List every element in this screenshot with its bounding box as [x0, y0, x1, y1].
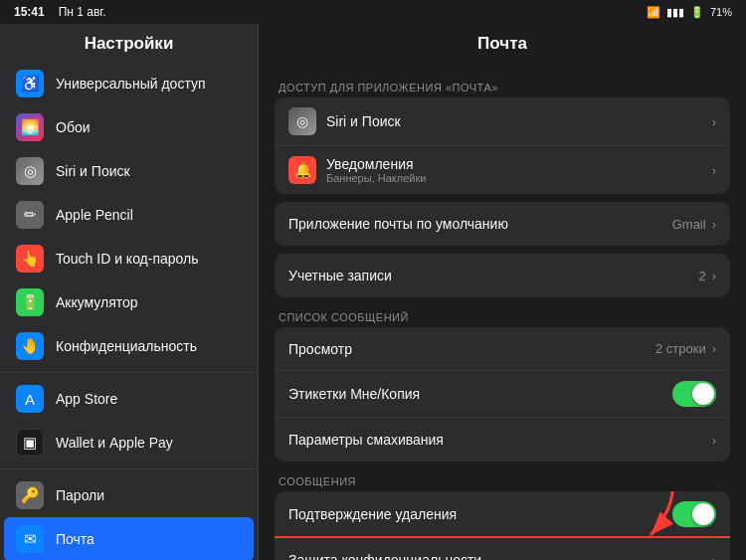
default-app-row[interactable]: Приложение почты по умолчанию Gmail ›	[275, 202, 730, 246]
sidebar-item-label: Универсальный доступ	[56, 76, 206, 92]
swipe-row[interactable]: Параметры смахивания ›	[275, 418, 730, 462]
notifications-row-label: Уведомления	[326, 156, 426, 172]
siri-row-icon: ◎	[288, 107, 316, 135]
default-app-value: Gmail	[672, 217, 706, 232]
status-bar: 15:41 Пн 1 авг. 📶 ▮▮▮ 🔋 71%	[0, 0, 746, 24]
sidebar-item-label: Siri и Поиск	[56, 163, 130, 179]
sidebar-item-label: Конфиденциальность	[56, 338, 197, 354]
touchid-icon: 👆	[16, 245, 44, 273]
labels-row[interactable]: Этикетки Мне/Копия	[275, 371, 730, 418]
sidebar-item-appstore[interactable]: A App Store	[0, 377, 258, 421]
confirm-delete-row[interactable]: Подтверждение удаления	[275, 491, 730, 538]
default-app-label: Приложение почты по умолчанию	[288, 216, 508, 232]
status-time: 15:41	[14, 5, 45, 19]
sidebar-item-label: Почта	[56, 531, 94, 547]
sidebar-item-label: Apple Pencil	[56, 207, 133, 223]
accounts-row[interactable]: Учетные записи 2 ›	[275, 254, 730, 297]
sidebar-item-battery[interactable]: 🔋 Аккумулятор	[0, 280, 258, 324]
sidebar-item-wallet[interactable]: ▣ Wallet и Apple Pay	[0, 421, 258, 465]
access-group: ◎ Siri и Поиск › 🔔 Уведомления Баннеры, …	[275, 97, 730, 194]
content-panel: Почта Доступ для приложения «Почта» ◎ Si…	[259, 24, 746, 560]
passwords-icon: 🔑	[16, 481, 44, 509]
content-title: Почта	[259, 24, 746, 62]
sidebar-item-label: App Store	[56, 391, 117, 407]
chevron-icon: ›	[712, 553, 716, 561]
section-access-label: Доступ для приложения «Почта»	[275, 70, 730, 97]
labels-label: Этикетки Мне/Копия	[288, 386, 420, 402]
message-list-group: Просмотр 2 строки › Этикетки Мне/Копия П…	[275, 327, 730, 462]
chevron-icon: ›	[712, 269, 716, 283]
sidebar-item-wallpaper[interactable]: 🌅 Обои	[0, 105, 258, 149]
battery-icon: 🔋	[690, 6, 704, 19]
sidebar-item-label: Аккумулятор	[56, 294, 138, 310]
battery-settings-icon: 🔋	[16, 288, 44, 316]
chevron-icon: ›	[712, 433, 716, 448]
siri-icon: ◎	[16, 157, 44, 185]
view-value: 2 строки	[655, 341, 706, 356]
chevron-icon: ›	[712, 114, 716, 129]
status-date: Пн 1 авг.	[59, 5, 106, 19]
chevron-icon: ›	[712, 341, 716, 356]
accounts-group: Учетные записи 2 ›	[275, 254, 730, 297]
privacy-protection-row[interactable]: Защита конфиденциальности ›	[275, 538, 730, 560]
siri-row-label: Siri и Поиск	[326, 113, 401, 129]
sidebar-item-label: Пароли	[56, 487, 104, 503]
toggle-knob	[692, 503, 714, 525]
appstore-icon: A	[16, 385, 44, 413]
accounts-label: Учетные записи	[288, 268, 392, 283]
sidebar-item-label: Touch ID и код-пароль	[56, 251, 199, 267]
sidebar-item-passwords[interactable]: 🔑 Пароли	[0, 473, 258, 517]
swipe-label: Параметры смахивания	[288, 432, 444, 448]
siri-row[interactable]: ◎ Siri и Поиск ›	[275, 97, 730, 146]
notifications-row-sub: Баннеры, Наклейки	[326, 172, 426, 184]
view-label: Просмотр	[288, 341, 352, 357]
labels-toggle[interactable]	[672, 381, 716, 407]
view-row[interactable]: Просмотр 2 строки ›	[275, 327, 730, 371]
sidebar-item-privacy[interactable]: 🤚 Конфиденциальность	[0, 324, 258, 368]
sidebar-title: Настройки	[0, 24, 258, 62]
sidebar-item-label: Обои	[56, 119, 91, 135]
sidebar: Настройки ♿ Универсальный доступ 🌅 Обои …	[0, 24, 259, 560]
signal-icon: ▮▮▮	[666, 6, 684, 19]
section-messages-label: Сообщения	[275, 464, 730, 491]
pencil-icon: ✏	[16, 201, 44, 229]
status-icons: 📶 ▮▮▮ 🔋 71%	[647, 6, 732, 19]
toggle-knob	[692, 383, 714, 405]
sidebar-item-touchid[interactable]: 👆 Touch ID и код-пароль	[0, 237, 258, 280]
confirm-delete-label: Подтверждение удаления	[288, 506, 457, 522]
notifications-row-icon: 🔔	[288, 156, 316, 184]
accounts-value: 2	[698, 269, 705, 283]
sidebar-item-label: Wallet и Apple Pay	[56, 435, 173, 451]
confirm-delete-toggle[interactable]	[672, 501, 716, 527]
mail-icon: ✉	[16, 525, 44, 553]
battery-percent: 71%	[710, 6, 732, 18]
wifi-icon: 📶	[647, 6, 660, 19]
wallpaper-icon: 🌅	[16, 113, 44, 141]
privacy-protection-label: Защита конфиденциальности	[288, 552, 481, 560]
messages-group: Подтверждение удаления	[275, 491, 730, 560]
sidebar-item-pencil[interactable]: ✏ Apple Pencil	[0, 193, 258, 237]
universal-icon: ♿	[16, 70, 44, 97]
chevron-icon: ›	[712, 217, 716, 232]
wallet-icon: ▣	[16, 429, 44, 457]
sidebar-item-universal[interactable]: ♿ Универсальный доступ	[0, 62, 258, 105]
sidebar-item-siri[interactable]: ◎ Siri и Поиск	[0, 149, 258, 193]
sidebar-item-mail[interactable]: ✉ Почта	[4, 517, 254, 560]
notifications-row[interactable]: 🔔 Уведомления Баннеры, Наклейки ›	[275, 146, 730, 194]
chevron-icon: ›	[712, 163, 716, 178]
privacy-icon: 🤚	[16, 332, 44, 360]
section-message-list-label: Список сообщений	[275, 299, 730, 327]
default-app-group: Приложение почты по умолчанию Gmail ›	[275, 202, 730, 246]
